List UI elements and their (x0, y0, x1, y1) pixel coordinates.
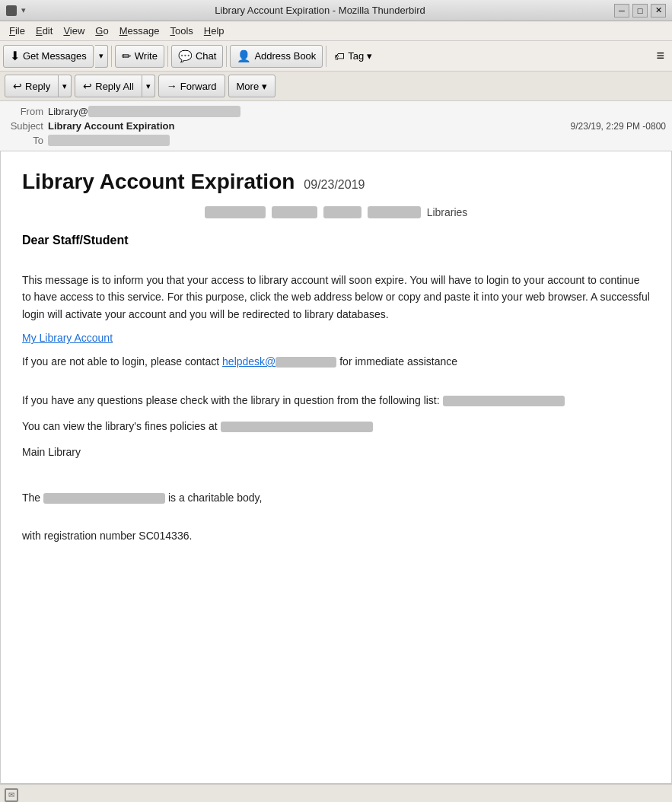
window-controls: ─ □ ✕ (614, 4, 666, 18)
charity-part1: The (22, 492, 43, 504)
body-paragraph-2: If you are not able to login, please con… (22, 353, 650, 370)
reply-all-dropdown[interactable]: ▾ (142, 75, 155, 97)
to-row: To (6, 133, 666, 148)
helpdesk-blurred (275, 357, 336, 368)
close-button[interactable]: ✕ (651, 4, 666, 18)
body-paragraph-3: If you have any questions please check w… (22, 392, 650, 409)
menu-go[interactable]: Go (91, 24, 113, 38)
email-content: Library Account Expiration 09/23/2019 Li… (0, 151, 672, 784)
address-book-icon: 👤 (237, 49, 251, 63)
charity-blurred (43, 493, 165, 504)
more-button[interactable]: More ▾ (228, 75, 276, 97)
tag-button[interactable]: 🏷 Tag ▾ (330, 47, 377, 65)
reply-all-icon: ↩ (83, 80, 92, 92)
separator-4 (326, 46, 326, 67)
reply-all-button[interactable]: ↩ Reply All (75, 75, 142, 97)
paragraph2-end: for immediate assistance (336, 355, 457, 368)
tag-icon: 🏷 (334, 50, 345, 62)
menu-message[interactable]: Message (115, 24, 164, 38)
sender-line: Libraries (22, 206, 650, 218)
menu-tools[interactable]: Tools (165, 24, 197, 38)
status-bar: ✉ (0, 784, 672, 802)
registration-line: with registration number SC014336. (22, 527, 650, 546)
get-messages-button[interactable]: ⬇ Get Messages (3, 45, 94, 68)
get-messages-label: Get Messages (23, 50, 87, 62)
write-label: Write (135, 50, 158, 62)
write-icon: ✏ (122, 49, 132, 63)
maximize-button[interactable]: □ (632, 4, 648, 18)
main-library-text: Main Library (22, 444, 650, 460)
reply-all-label: Reply All (95, 81, 134, 92)
window-title: Library Account Expiration - Mozilla Thu… (26, 5, 614, 16)
fines-link-blurred (221, 422, 373, 432)
chat-button[interactable]: 💬 Chat (171, 45, 223, 68)
subject-value: Library Account Expiration (48, 120, 571, 132)
list-link-blurred (443, 396, 565, 406)
subject-row: Subject Library Account Expiration 9/23/… (6, 119, 666, 133)
menu-file[interactable]: File (5, 24, 30, 38)
menu-edit[interactable]: Edit (31, 24, 57, 38)
email-title-date: 09/23/2019 (304, 178, 365, 192)
dear-heading: Dear Staff/Student (22, 234, 650, 247)
menu-view[interactable]: View (59, 24, 89, 38)
helpdesk-link[interactable]: helpdesk@ (222, 355, 336, 368)
paragraph4-start: You can view the library's fines policie… (22, 420, 221, 432)
more-arrow: ▾ (262, 81, 267, 92)
sender-suffix: Libraries (427, 206, 468, 218)
minimize-button[interactable]: ─ (614, 4, 629, 18)
title-bar: ▾ Library Account Expiration - Mozilla T… (0, 0, 672, 21)
paragraph2-start: If you are not able to login, please con… (22, 355, 222, 368)
charity-block: The is a charitable body, with registrat… (22, 489, 650, 546)
app-icon (6, 5, 17, 16)
get-messages-icon: ⬇ (10, 49, 20, 63)
chat-icon: 💬 (178, 49, 193, 63)
sender-blurred-4 (368, 206, 421, 218)
reply-label: Reply (25, 81, 50, 92)
write-button[interactable]: ✏ Write (115, 45, 164, 68)
email-action-bar: ↩ Reply ▾ ↩ Reply All ▾ → Forward More ▾ (0, 72, 672, 101)
more-label: More (237, 81, 260, 92)
body-paragraph-1: This message is to inform you that your … (22, 272, 650, 323)
menu-help[interactable]: Help (199, 24, 229, 38)
charity-line: The is a charitable body, (22, 489, 650, 508)
sender-blurred-2 (272, 206, 317, 218)
hamburger-button[interactable]: ≡ (651, 46, 669, 65)
body-paragraph-4: You can view the library's fines policie… (22, 418, 650, 434)
from-label: From (6, 106, 48, 117)
charity-part2: is a charitable body, (165, 492, 262, 504)
subject-label: Subject (6, 120, 48, 132)
separator-1 (111, 46, 112, 67)
email-title-line: Library Account Expiration 09/23/2019 (22, 170, 650, 194)
get-messages-dropdown[interactable]: ▾ (95, 45, 108, 68)
email-meta: From Library@ Subject Library Account Ex… (0, 101, 672, 151)
reply-icon: ↩ (13, 80, 22, 92)
separator-2 (167, 46, 168, 67)
email-date: 9/23/19, 2:29 PM -0800 (571, 121, 666, 132)
to-label: To (6, 135, 48, 146)
forward-label: Forward (180, 81, 217, 92)
forward-button[interactable]: → Forward (158, 75, 225, 97)
my-library-account-link[interactable]: My Library Account (22, 332, 113, 344)
forward-icon: → (167, 80, 177, 92)
separator-3 (226, 46, 227, 67)
reply-dropdown[interactable]: ▾ (59, 75, 72, 97)
address-book-button[interactable]: 👤 Address Book (230, 45, 323, 68)
status-icon: ✉ (5, 788, 18, 802)
tag-arrow: ▾ (367, 50, 372, 62)
from-value: Library@ (48, 106, 666, 117)
address-book-label: Address Book (254, 50, 316, 62)
email-main-title: Library Account Expiration (22, 170, 295, 194)
chat-label: Chat (196, 50, 216, 62)
tag-label: Tag (348, 50, 364, 62)
sender-blurred-3 (323, 206, 361, 218)
from-row: From Library@ (6, 104, 666, 119)
reply-button[interactable]: ↩ Reply (5, 75, 59, 97)
paragraph3-start: If you have any questions please check w… (22, 394, 443, 406)
menu-bar: File Edit View Go Message Tools Help (0, 21, 672, 41)
to-value (48, 135, 666, 146)
toolbar: ⬇ Get Messages ▾ ✏ Write 💬 Chat 👤 Addres… (0, 41, 672, 72)
sender-blurred-1 (205, 206, 266, 218)
